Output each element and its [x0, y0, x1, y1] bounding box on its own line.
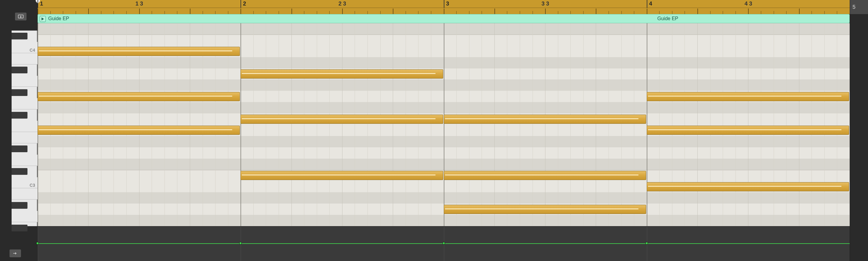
piano-white-key[interactable]	[11, 188, 37, 200]
grid-subdivision-line	[774, 23, 774, 226]
automation-point[interactable]	[442, 242, 445, 244]
midi-note[interactable]	[444, 115, 646, 124]
piano-white-key[interactable]	[11, 98, 37, 109]
grid-subdivision-line	[545, 23, 546, 226]
piano-roll-editor: C4C3 11 322 333 344 3 5 Guide EP Guide E…	[0, 0, 868, 261]
grid-subdivision-line	[291, 23, 292, 226]
piano-black-key[interactable]	[11, 89, 28, 96]
catch-playhead-button[interactable]	[14, 12, 27, 21]
midi-note[interactable]	[647, 125, 849, 135]
note-grid[interactable]	[37, 23, 850, 226]
left-sidebar: C4C3	[0, 0, 37, 261]
grid-subdivision-line	[266, 23, 266, 226]
piano-black-key[interactable]	[11, 225, 28, 231]
automation-point[interactable]	[36, 242, 39, 244]
grid-subdivision-line	[685, 23, 685, 226]
midi-note[interactable]	[37, 47, 240, 56]
grid-subdivision-line	[761, 23, 761, 226]
midi-note[interactable]	[647, 92, 849, 101]
piano-white-key[interactable]	[11, 53, 37, 64]
grid-subdivision-line	[570, 23, 571, 226]
piano-black-key[interactable]	[11, 202, 28, 209]
piano-octave-label: C3	[30, 183, 35, 187]
grid-subdivision-line	[748, 23, 748, 226]
sidebar-top-area	[0, 0, 37, 31]
piano-black-key[interactable]	[11, 67, 28, 74]
ruler-beat-label: 2 3	[338, 1, 346, 7]
grid-subdivision-line	[583, 23, 584, 226]
grid-subdivision-line	[659, 23, 659, 226]
ruler-bar-number: 1	[40, 1, 43, 7]
grid-subdivision-line	[799, 23, 799, 226]
midi-note[interactable]	[37, 92, 240, 101]
piano-white-key[interactable]	[11, 211, 37, 222]
piano-black-key[interactable]	[11, 33, 28, 39]
timeline-ruler[interactable]: 11 322 333 344 3 5	[37, 0, 868, 14]
grid-subdivision-line	[723, 23, 723, 226]
piano-octave-label: C4	[30, 48, 35, 53]
piano-black-key[interactable]	[11, 112, 28, 119]
region-name-label: Guide EP	[48, 16, 69, 21]
automation-lane[interactable]	[37, 226, 850, 261]
grid-subdivision-line	[431, 23, 431, 226]
grid-subdivision-line	[253, 23, 254, 226]
ruler-beat-label: 4 3	[744, 1, 752, 7]
midi-note[interactable]	[241, 69, 443, 79]
automation-point[interactable]	[239, 242, 242, 244]
grid-subdivision-line	[672, 23, 672, 226]
region-loop-name-label: Guide EP	[657, 16, 678, 21]
grid-barline	[444, 23, 444, 226]
ruler-bar-number: 4	[649, 1, 652, 7]
ruler-bar-number: 2	[243, 1, 246, 7]
grid-subdivision-line	[342, 23, 342, 226]
grid-subdivision-line	[634, 23, 634, 226]
grid-subdivision-line	[710, 23, 711, 226]
midi-note[interactable]	[37, 125, 240, 135]
grid-subdivision-line	[786, 23, 786, 226]
midi-note[interactable]	[647, 182, 849, 191]
midi-out-button[interactable]	[9, 249, 21, 258]
grid-subdivision-line	[329, 23, 330, 226]
piano-white-key[interactable]	[11, 155, 37, 166]
grid-subdivision-line	[279, 23, 279, 226]
grid-subdivision-line	[507, 23, 507, 226]
grid-subdivision-line	[558, 23, 558, 226]
ruler-bar-number: 3	[446, 1, 449, 7]
grid-subdivision-line	[811, 23, 812, 226]
piano-black-key[interactable]	[11, 168, 28, 175]
grid-subdivision-line	[698, 23, 698, 226]
grid-subdivision-line	[304, 23, 304, 226]
piano-white-key[interactable]	[11, 121, 37, 132]
grid-subdivision-line	[469, 23, 469, 226]
grid-subdivision-line	[609, 23, 609, 226]
right-gutter	[850, 14, 868, 261]
grid-subdivision-line	[596, 23, 596, 226]
grid-subdivision-line	[621, 23, 622, 226]
grid-subdivision-line	[736, 23, 736, 226]
piano-white-key[interactable]	[11, 76, 37, 87]
midi-note[interactable]	[444, 171, 646, 180]
grid-subdivision-line	[837, 23, 837, 226]
grid-subdivision-line	[494, 23, 495, 226]
ruler-beat-label: 3 3	[541, 1, 549, 7]
piano-keyboard[interactable]: C4C3	[11, 31, 37, 226]
grid-barline	[241, 23, 241, 226]
piano-black-key[interactable]	[11, 145, 28, 152]
grid-subdivision-line	[406, 23, 406, 226]
region-play-icon[interactable]	[40, 16, 46, 22]
automation-point[interactable]	[645, 242, 648, 244]
midi-note[interactable]	[444, 205, 646, 214]
midi-note[interactable]	[241, 171, 443, 180]
grid-subdivision-line	[482, 23, 482, 226]
grid-subdivision-line	[418, 23, 418, 226]
grid-subdivision-line	[456, 23, 457, 226]
grid-barline	[647, 23, 647, 226]
ruler-end-cap: 5	[850, 0, 868, 14]
midi-region-header[interactable]: Guide EP Guide EP	[37, 14, 850, 23]
grid-subdivision-line	[824, 23, 825, 226]
ruler-end-bar-label: 5	[852, 4, 856, 10]
ruler-beat-label: 1 3	[135, 1, 143, 7]
midi-note[interactable]	[241, 115, 443, 124]
grid-subdivision-line	[393, 23, 393, 226]
piano-white-key[interactable]	[11, 132, 37, 143]
